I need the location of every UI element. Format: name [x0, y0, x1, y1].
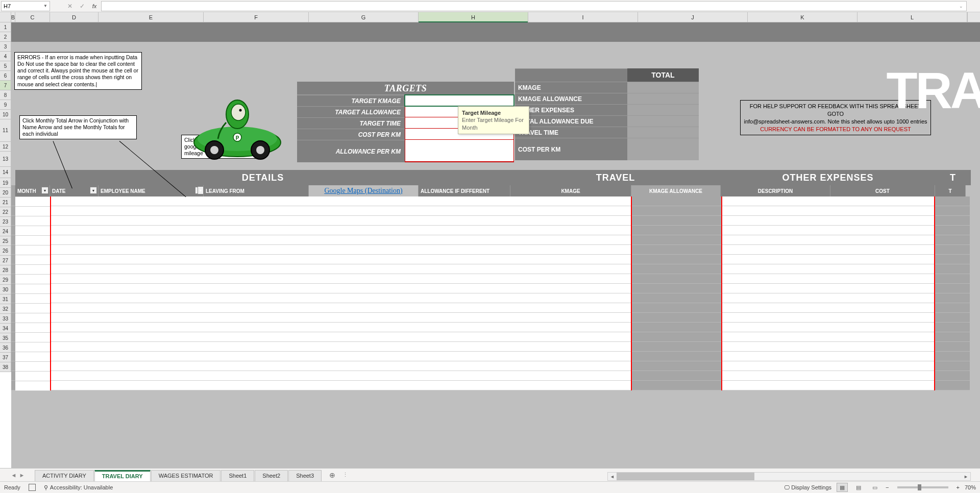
row-header-28[interactable]: 28	[0, 265, 11, 275]
data-block-expenses[interactable]	[721, 196, 935, 390]
macro-record-icon[interactable]	[29, 484, 36, 491]
total-kmage-label: KMAGE	[515, 82, 627, 93]
row-header-37[interactable]: 37	[0, 353, 11, 362]
th-google-maps-link[interactable]: Google Maps (Destination)	[309, 185, 419, 196]
data-block-main[interactable]	[50, 196, 632, 390]
hscroll-thumb[interactable]	[617, 473, 754, 480]
scroll-right-icon[interactable]: ►	[962, 473, 970, 480]
view-page-break-icon[interactable]: ▭	[869, 483, 880, 492]
col-header-H[interactable]: H	[419, 12, 528, 22]
zoom-in-button[interactable]: +	[957, 484, 960, 490]
col-header-D[interactable]: D	[50, 12, 99, 22]
row-header-2[interactable]: 2	[0, 32, 11, 42]
total-other-expenses-value	[627, 104, 699, 115]
row-header-20[interactable]: 20	[0, 188, 11, 198]
view-page-layout-icon[interactable]: ▤	[853, 483, 864, 492]
row-header-24[interactable]: 24	[0, 227, 11, 236]
scroll-left-icon[interactable]: ◄	[608, 473, 617, 480]
col-header-J[interactable]: J	[638, 12, 748, 22]
row-header-31[interactable]: 31	[0, 294, 11, 304]
accessibility-status[interactable]: ⚲Accessibility: Unavailable	[44, 484, 113, 491]
row-header-7[interactable]: 7	[0, 81, 11, 90]
tab-nav-next-icon[interactable]: ►	[18, 472, 26, 479]
horizontal-scrollbar[interactable]: ◄ ►	[607, 472, 971, 481]
row-header-25[interactable]: 25	[0, 236, 11, 246]
note-errors: ERRORS - If an error is made when inputt…	[14, 52, 142, 90]
row-header-19[interactable]: 19	[0, 178, 11, 188]
th-leaving[interactable]: ▼LEAVING FROM	[204, 185, 309, 196]
row-header-36[interactable]: 36	[0, 343, 11, 353]
target-kmage-input[interactable]	[405, 95, 514, 106]
row-header-12[interactable]: 12	[0, 142, 11, 152]
row-header-29[interactable]: 29	[0, 275, 11, 285]
zoom-thumb[interactable]	[918, 484, 921, 490]
row-header-22[interactable]: 22	[0, 207, 11, 217]
row-header-34[interactable]: 34	[0, 324, 11, 333]
row-header-14[interactable]: 14	[0, 167, 11, 178]
row-header-6[interactable]: 6	[0, 71, 11, 81]
row-header-3[interactable]: 3	[0, 42, 11, 52]
row-header-21[interactable]: 21	[0, 198, 11, 207]
total-travel-time-label: TRAVEL TIME	[515, 127, 627, 138]
dropdown-icon[interactable]: ▼	[43, 4, 47, 8]
col-header-E[interactable]: E	[99, 12, 204, 22]
sheet-tab-activity-diary[interactable]: ACTIVITY DIARY	[35, 470, 94, 482]
tab-nav-prev-icon[interactable]: ◄	[10, 472, 17, 479]
zoom-out-button[interactable]: −	[886, 484, 889, 490]
row-header-33[interactable]: 33	[0, 314, 11, 324]
fx-icon[interactable]: fx	[89, 1, 100, 11]
t-section-header: T	[935, 170, 971, 185]
row-header-30[interactable]: 30	[0, 285, 11, 294]
row-header-1[interactable]: 1	[0, 22, 11, 32]
sheet-tab-sheet1[interactable]: Sheet1	[221, 470, 254, 482]
row-header-23[interactable]: 23	[0, 217, 11, 227]
formula-expand-icon[interactable]: ⌄	[959, 4, 963, 9]
sheet-tab-sheet3[interactable]: Sheet3	[288, 470, 322, 482]
col-header-L[interactable]: L	[857, 12, 967, 22]
filter-icon[interactable]: ▼	[198, 186, 204, 194]
cost-per-km-label: COST PER KM	[297, 129, 405, 140]
row-header-5[interactable]: 5	[0, 61, 11, 71]
zoom-level[interactable]: 70%	[965, 484, 976, 490]
sheet-tab-wages-estimator[interactable]: WAGES ESTIMATOR	[151, 470, 221, 482]
th-employee[interactable]: EMPLOYEE NAME▼	[99, 185, 204, 196]
display-icon: 🖵	[784, 484, 790, 490]
add-sheet-button[interactable]: ⊕	[326, 471, 338, 479]
col-header-K[interactable]: K	[748, 12, 857, 22]
th-month[interactable]: MONTH▼	[15, 185, 50, 196]
sheet-tab-sheet2[interactable]: Sheet2	[255, 470, 288, 482]
row-header-38[interactable]: 38	[0, 362, 11, 372]
status-ready: Ready	[4, 484, 20, 490]
select-all-corner[interactable]	[0, 12, 11, 22]
sheet-tabs-bar: ◄ ► ACTIVITY DIARYTRAVEL DIARYWAGES ESTI…	[0, 468, 980, 481]
row-header-27[interactable]: 27	[0, 256, 11, 265]
sheet-tab-travel-diary[interactable]: TRAVEL DIARY	[94, 470, 151, 482]
tooltip-body: Enter Target Mileage For Month	[462, 116, 525, 131]
total-panel: TOTAL KMAGE KMAGE ALLOWANCE OTHER EXPENS…	[515, 68, 699, 160]
row-header-4[interactable]: 4	[0, 52, 11, 61]
filter-icon[interactable]: ▼	[41, 187, 48, 194]
row-header-13[interactable]: 13	[0, 152, 11, 167]
formula-input[interactable]: ⌄	[101, 1, 967, 11]
th-date[interactable]: DATE▼	[50, 185, 99, 196]
zoom-slider[interactable]	[897, 486, 948, 488]
row-header-26[interactable]: 26	[0, 246, 11, 256]
col-header-I[interactable]: I	[528, 12, 638, 22]
row-header-8[interactable]: 8	[0, 90, 11, 100]
allowance-per-km-input[interactable]	[405, 140, 514, 162]
col-header-F[interactable]: F	[204, 12, 309, 22]
row-header-35[interactable]: 35	[0, 333, 11, 343]
spreadsheet-grid[interactable]: 1234567891011121314192021222324252627282…	[0, 22, 980, 468]
col-header-C[interactable]: C	[15, 12, 50, 22]
name-box[interactable]: H7 ▼	[1, 1, 50, 11]
col-header-G[interactable]: G	[309, 12, 419, 22]
filter-icon[interactable]: ▼	[90, 187, 97, 194]
row-header-32[interactable]: 32	[0, 304, 11, 314]
row-header-9[interactable]: 9	[0, 100, 11, 110]
row-header-11[interactable]: 11	[0, 119, 11, 142]
view-normal-icon[interactable]: ▦	[837, 483, 848, 492]
row-header-10[interactable]: 10	[0, 110, 11, 119]
col-header-B[interactable]: B	[11, 12, 15, 22]
display-settings-button[interactable]: 🖵 Display Settings	[784, 484, 831, 490]
data-block-month[interactable]	[15, 196, 50, 390]
